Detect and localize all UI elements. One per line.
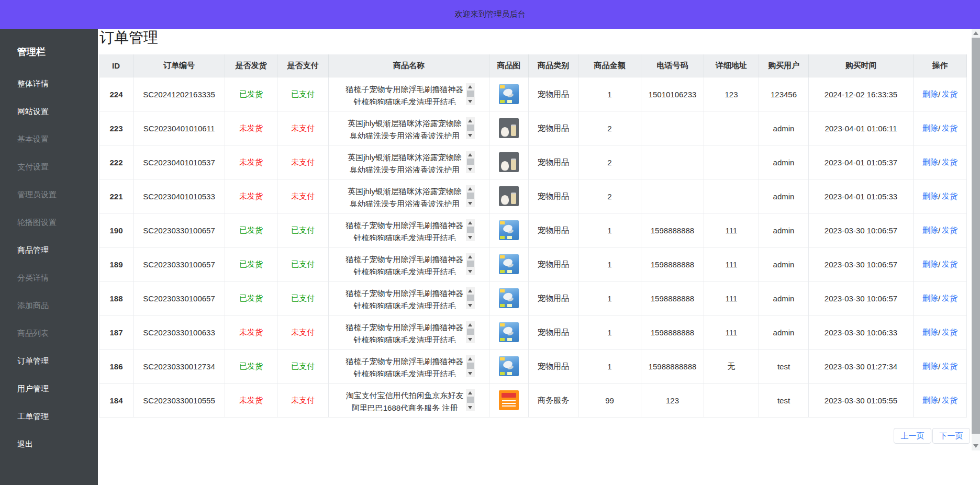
product-name-textarea[interactable]: 猫梳子宠物专用除浮毛刷撸猫神器针梳狗狗猫咪毛发清理开结毛	[343, 253, 475, 275]
sidebar-item[interactable]: 添加商品	[0, 291, 98, 319]
ship-link[interactable]: 发货	[942, 294, 957, 303]
scrollbar-thumb[interactable]	[467, 91, 474, 97]
scroll-up-icon[interactable]	[468, 391, 472, 394]
page-scrollbar[interactable]	[972, 29, 980, 450]
scrollbar-down-arrow-icon[interactable]	[973, 444, 978, 448]
scroll-down-icon[interactable]	[468, 134, 472, 137]
delete-link[interactable]: 删除	[922, 191, 938, 201]
scrollbar-thumb[interactable]	[467, 397, 474, 403]
scroll-down-icon[interactable]	[468, 168, 472, 171]
ship-link[interactable]: 发货	[942, 225, 957, 235]
delete-link[interactable]: 删除	[922, 260, 938, 269]
delete-link[interactable]: 删除	[922, 157, 938, 167]
product-name-textarea[interactable]: 英国jhly银渐层猫咪沐浴露宠物除臭幼猫洗澡专用浴液香波洗护用	[343, 151, 475, 173]
scroll-down-icon[interactable]	[468, 236, 472, 239]
scroll-down-icon[interactable]	[468, 100, 472, 103]
scroll-down-icon[interactable]	[468, 270, 472, 273]
scroll-up-icon[interactable]	[468, 323, 472, 326]
scroll-up-icon[interactable]	[468, 119, 472, 122]
cell-purchase-time: 2023-04-01 01:05:37	[809, 145, 914, 179]
scroll-up-icon[interactable]	[468, 153, 472, 156]
prev-page-button[interactable]: 上一页	[894, 428, 931, 444]
product-name-textarea[interactable]: 猫梳子宠物专用除浮毛刷撸猫神器针梳狗狗猫咪毛发清理开结毛	[343, 321, 475, 343]
welcome-text: 欢迎来到管理员后台	[455, 9, 526, 19]
ship-link[interactable]: 发货	[942, 362, 957, 371]
textarea-scrollbar[interactable]	[466, 287, 475, 309]
scroll-up-icon[interactable]	[468, 187, 472, 190]
sidebar-item[interactable]: 用户管理	[0, 375, 98, 402]
scrollbar-thumb[interactable]	[467, 227, 474, 233]
delete-link[interactable]: 删除	[922, 89, 938, 99]
page-scrollbar-thumb[interactable]	[972, 38, 980, 434]
next-page-button[interactable]: 下一页	[932, 428, 970, 444]
cell-amount: 1	[578, 315, 641, 349]
scrollbar-thumb[interactable]	[467, 125, 474, 131]
ship-link[interactable]: 发货	[942, 191, 957, 201]
cell-phone: 15010106233	[641, 77, 704, 111]
textarea-scrollbar[interactable]	[466, 83, 475, 105]
product-name-textarea[interactable]: 英国jhly银渐层猫咪沐浴露宠物除臭幼猫洗澡专用浴液香波洗护用	[343, 185, 475, 207]
scroll-down-icon[interactable]	[468, 338, 472, 341]
delete-link[interactable]: 删除	[922, 396, 938, 405]
ship-link[interactable]: 发货	[942, 260, 957, 269]
delete-link[interactable]: 删除	[922, 328, 938, 337]
scrollbar-up-arrow-icon[interactable]	[973, 31, 978, 35]
product-name-textarea[interactable]: 淘宝支付宝信用代拍闲鱼京东好友阿里巴巴1688代商务服务 注册	[343, 389, 475, 411]
scroll-down-icon[interactable]	[468, 406, 472, 409]
cell-product-name: 英国jhly银渐层猫咪沐浴露宠物除臭幼猫洗澡专用浴液香波洗护用	[329, 145, 489, 179]
sidebar-item[interactable]: 退出	[0, 430, 98, 458]
ship-link[interactable]: 发货	[942, 328, 957, 337]
scroll-up-icon[interactable]	[468, 289, 472, 292]
textarea-scrollbar[interactable]	[466, 355, 475, 377]
scrollbar-thumb[interactable]	[467, 261, 474, 267]
scrollbar-thumb[interactable]	[467, 193, 474, 199]
textarea-scrollbar[interactable]	[466, 253, 475, 275]
product-name-textarea[interactable]: 英国jhly银渐层猫咪沐浴露宠物除臭幼猫洗澡专用浴液香波洗护用	[343, 117, 475, 139]
sidebar-item[interactable]: 订单管理	[0, 347, 98, 375]
textarea-scrollbar[interactable]	[466, 117, 475, 139]
textarea-scrollbar[interactable]	[466, 185, 475, 207]
cell-category: 商务服务	[529, 384, 578, 418]
sidebar-item[interactable]: 管理员设置	[0, 181, 98, 208]
textarea-scrollbar[interactable]	[466, 321, 475, 343]
product-name-textarea[interactable]: 猫梳子宠物专用除浮毛刷撸猫神器针梳狗狗猫咪毛发清理开结毛	[343, 83, 475, 105]
cell-product-image	[489, 145, 529, 179]
column-header: 电话号码	[641, 54, 704, 77]
scrollbar-thumb[interactable]	[467, 363, 474, 369]
sidebar-item[interactable]: 整体详情	[0, 70, 98, 97]
product-name-textarea[interactable]: 猫梳子宠物专用除浮毛刷撸猫神器针梳狗狗猫咪毛发清理开结毛	[343, 355, 475, 377]
delete-link[interactable]: 删除	[922, 225, 938, 235]
ship-link[interactable]: 发货	[942, 157, 957, 167]
delete-link[interactable]: 删除	[922, 123, 938, 133]
scroll-down-icon[interactable]	[468, 202, 472, 205]
scrollbar-thumb[interactable]	[467, 329, 474, 335]
textarea-scrollbar[interactable]	[466, 389, 475, 411]
scrollbar-thumb[interactable]	[467, 295, 474, 301]
product-name-textarea[interactable]: 猫梳子宠物专用除浮毛刷撸猫神器针梳狗狗猫咪毛发清理开结毛	[343, 219, 475, 241]
sidebar-item[interactable]: 基本设置	[0, 125, 98, 153]
sidebar-item[interactable]: 支付设置	[0, 153, 98, 181]
scroll-up-icon[interactable]	[468, 357, 472, 360]
textarea-scrollbar[interactable]	[466, 219, 475, 241]
product-name-textarea[interactable]: 猫梳子宠物专用除浮毛刷撸猫神器针梳狗狗猫咪毛发清理开结毛	[343, 287, 475, 309]
cell-category: 宠物用品	[529, 247, 578, 281]
scroll-up-icon[interactable]	[468, 255, 472, 258]
sidebar-item[interactable]: 分类详情	[0, 264, 98, 291]
scroll-up-icon[interactable]	[468, 221, 472, 224]
ship-link[interactable]: 发货	[942, 123, 957, 133]
sidebar-item[interactable]: 网站设置	[0, 97, 98, 125]
sidebar-item[interactable]: 商品管理	[0, 236, 98, 264]
scroll-down-icon[interactable]	[468, 372, 472, 375]
cell-address: 111	[704, 247, 759, 281]
delete-link[interactable]: 删除	[922, 294, 938, 303]
scrollbar-thumb[interactable]	[467, 159, 474, 165]
scroll-down-icon[interactable]	[468, 304, 472, 307]
textarea-scrollbar[interactable]	[466, 151, 475, 173]
sidebar-item[interactable]: 商品列表	[0, 319, 98, 347]
ship-link[interactable]: 发货	[942, 396, 957, 405]
sidebar-item[interactable]: 工单管理	[0, 402, 98, 430]
delete-link[interactable]: 删除	[922, 362, 938, 371]
scroll-up-icon[interactable]	[468, 85, 472, 88]
sidebar-item[interactable]: 轮播图设置	[0, 208, 98, 236]
ship-link[interactable]: 发货	[942, 89, 957, 99]
